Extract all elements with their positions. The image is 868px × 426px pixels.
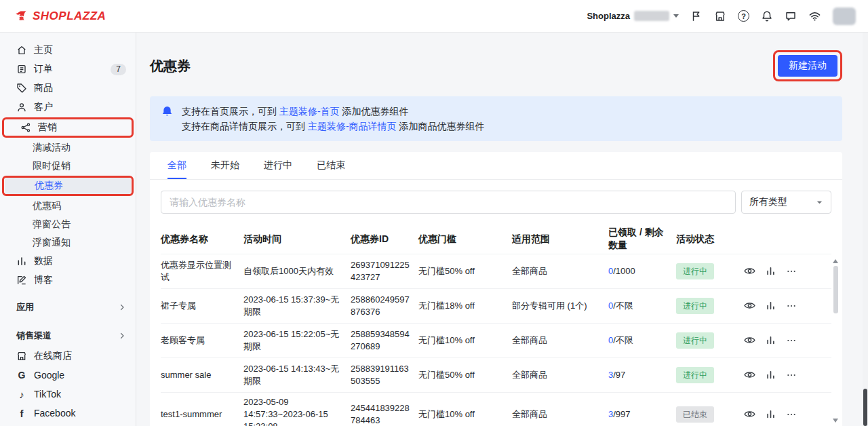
- wifi-icon[interactable]: [808, 10, 821, 22]
- stats-icon[interactable]: [766, 266, 776, 276]
- coupon-claimed-cell: 0/1000: [608, 254, 676, 288]
- new-activity-button[interactable]: 新建活动: [778, 55, 837, 77]
- sidebar-item-customers[interactable]: 客户: [0, 98, 136, 117]
- sidebar-subitem-limited-promo[interactable]: 限时促销: [0, 157, 136, 175]
- scroll-down-icon[interactable]: [833, 419, 838, 423]
- status-badge: 进行中: [676, 367, 714, 383]
- help-icon[interactable]: ?: [738, 10, 749, 22]
- banner-text: 支持在首页展示，可到: [182, 106, 279, 117]
- view-icon[interactable]: [744, 334, 755, 346]
- sidebar-section-apps[interactable]: 应用: [0, 296, 136, 318]
- sidebar-item-home[interactable]: 主页: [0, 41, 136, 60]
- shoplazza-logo[interactable]: SHOPLAZZA: [14, 9, 106, 23]
- stats-icon[interactable]: [766, 370, 776, 380]
- coupon-time-cell: 2023-06-15 15:22:05~无期限: [243, 323, 351, 357]
- status-tabs: 全部 未开始 进行中 已结束: [150, 152, 842, 180]
- section-label: 应用: [16, 301, 118, 313]
- type-filter-select[interactable]: 所有类型: [741, 191, 831, 214]
- sidebar-item-blog[interactable]: 博客: [0, 271, 136, 290]
- table-header-row: 优惠券名称 活动时间 优惠券ID 优惠门槛 适用范围 已领取 / 剩余数量 活动…: [161, 225, 831, 254]
- sidebar-item-label: TikTok: [34, 389, 126, 400]
- sidebar: 主页 订单 7 商品 客户 营销 满减活动 限时促销 优惠券 优惠码 弹窗公告 …: [0, 33, 136, 426]
- tab-in-progress[interactable]: 进行中: [264, 152, 292, 179]
- table-scrollbar[interactable]: [832, 259, 840, 423]
- stats-icon[interactable]: [766, 301, 776, 311]
- scrollbar-thumb[interactable]: [833, 266, 838, 313]
- tab-all[interactable]: 全部: [167, 152, 186, 179]
- sidebar-item-marketing[interactable]: 营销: [4, 119, 132, 136]
- coupon-id-cell: 245441839228784463: [351, 392, 418, 426]
- coupon-actions-cell: [744, 288, 831, 323]
- storefront-icon[interactable]: [714, 10, 726, 22]
- column-header-claimed: 已领取 / 剩余数量: [608, 225, 676, 254]
- more-actions-icon[interactable]: [786, 335, 797, 346]
- flag-icon[interactable]: [690, 10, 703, 22]
- sidebar-item-orders[interactable]: 订单 7: [0, 60, 136, 79]
- coupon-id-cell: 258859348594270689: [351, 323, 418, 357]
- sidebar-subitem-flash-deal[interactable]: 满减活动: [0, 138, 136, 157]
- subitem-label: 满减活动: [33, 142, 71, 154]
- subitem-label: 优惠码: [33, 200, 61, 212]
- sidebar-subitem-floating-notice[interactable]: 浮窗通知: [0, 233, 136, 252]
- sidebar-item-analytics[interactable]: 数据: [0, 252, 136, 271]
- sidebar-subitem-discount-codes[interactable]: 优惠码: [0, 197, 136, 215]
- stats-icon[interactable]: [766, 335, 776, 345]
- view-icon[interactable]: [744, 300, 755, 311]
- page-scrollbar[interactable]: [863, 33, 868, 426]
- view-icon[interactable]: [744, 265, 755, 277]
- sidebar-item-label: Google: [34, 370, 126, 381]
- logo-wordmark: SHOPLAZZA: [33, 9, 106, 23]
- tab-ended[interactable]: 已结束: [317, 152, 345, 179]
- more-actions-icon[interactable]: [786, 266, 797, 277]
- page-scrollbar-thumb[interactable]: [863, 389, 867, 426]
- chevron-right-icon: [118, 332, 126, 340]
- google-icon: G: [16, 370, 27, 381]
- coupon-status-cell: 进行中: [676, 323, 744, 357]
- sidebar-item-facebook[interactable]: f Facebook: [0, 404, 136, 423]
- chevron-down-icon: [816, 199, 823, 206]
- main-content: 优惠券 新建活动 支持在首页展示，可到 主题装修-首页 添加优惠券组件 支持在商…: [136, 33, 868, 426]
- theme-editor-home-link[interactable]: 主题装修-首页: [279, 106, 340, 117]
- stats-icon[interactable]: [766, 409, 776, 419]
- chevron-down-icon: [673, 14, 679, 18]
- page-title: 优惠券: [150, 57, 191, 75]
- coupon-name-cell: summer sale: [161, 357, 243, 392]
- sidebar-item-label: 客户: [34, 101, 126, 113]
- tab-not-started[interactable]: 未开始: [211, 152, 239, 179]
- facebook-icon: f: [16, 408, 27, 419]
- sidebar-item-snapchat[interactable]: Snapchat: [0, 423, 136, 426]
- more-actions-icon[interactable]: [786, 409, 797, 420]
- coupon-search-input[interactable]: [161, 191, 736, 214]
- bell-icon[interactable]: [761, 10, 773, 22]
- avatar[interactable]: [833, 7, 856, 25]
- shoplazza-ribbon-icon: [14, 9, 28, 23]
- sidebar-item-tiktok[interactable]: ♪ TikTok: [0, 385, 136, 404]
- sidebar-item-google[interactable]: G Google: [0, 366, 136, 385]
- pen-icon: [16, 275, 27, 286]
- sidebar-item-products[interactable]: 商品: [0, 79, 136, 98]
- store-switcher[interactable]: Shoplazza: [587, 11, 679, 21]
- chat-icon[interactable]: [785, 10, 797, 22]
- storefront-icon: [16, 351, 27, 362]
- banner-text: 支持在商品详情页展示，可到: [182, 121, 308, 132]
- coupon-table-body: 优惠券显示位置测试 自领取后1000天内有效 26937109122542372…: [161, 254, 831, 426]
- more-actions-icon[interactable]: [786, 370, 797, 381]
- banner-line-1: 支持在首页展示，可到 主题装修-首页 添加优惠券组件: [182, 104, 484, 119]
- sidebar-subitem-coupons[interactable]: 优惠券: [5, 178, 131, 194]
- coupon-time-cell: 2023-06-15 14:13:43~无期限: [243, 357, 351, 392]
- view-icon[interactable]: [744, 369, 755, 381]
- coupon-id-cell: 269371091225423727: [351, 254, 418, 288]
- more-actions-icon[interactable]: [786, 301, 797, 311]
- sidebar-section-sales-channels[interactable]: 销售渠道: [0, 325, 136, 347]
- table-row: 老顾客专属 2023-06-15 15:22:05~无期限 2588593485…: [161, 323, 831, 357]
- sidebar-item-online-store[interactable]: 在线商店: [0, 347, 136, 366]
- remaining-count: /1000: [613, 266, 635, 276]
- annotation-box-coupons: 优惠券: [2, 176, 134, 196]
- view-icon[interactable]: [744, 408, 755, 420]
- sidebar-subitem-popup-notice[interactable]: 弹窗公告: [0, 215, 136, 233]
- marketing-icon: [20, 122, 31, 133]
- scroll-up-icon[interactable]: [833, 259, 838, 263]
- column-header-time: 活动时间: [243, 225, 351, 254]
- theme-editor-product-link[interactable]: 主题装修-商品详情页: [308, 121, 397, 132]
- subitem-label: 限时促销: [33, 160, 71, 172]
